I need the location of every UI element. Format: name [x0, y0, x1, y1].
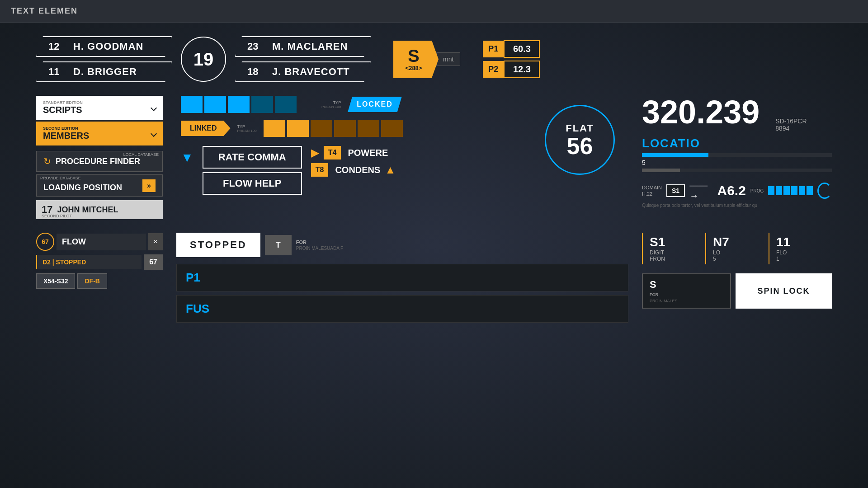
for-label: FOR [296, 239, 343, 245]
bar-cell-1 [181, 96, 203, 113]
s-for-box: S FOR PROIN MALES [642, 273, 731, 309]
bar-cell-5 [275, 96, 297, 113]
p1-bar: P1 [176, 264, 628, 291]
rate-column: RATE COMMA FLOW HELP [203, 146, 302, 195]
rate-comma-box: RATE COMMA [203, 146, 302, 169]
procedure-text: PROCEDURE FINDER [56, 157, 140, 166]
s-badge-sub: <288> [406, 65, 422, 71]
prog-label: PROG [750, 188, 764, 193]
t4-row: ▶ T4 POWERE [311, 146, 396, 160]
d2-row: D2 | STOPPED 67 [36, 254, 163, 270]
stat-col-3: 11 FLO 1 [769, 233, 832, 264]
center-number-circle: 19 [181, 37, 226, 82]
progress-bar-bg [642, 153, 832, 157]
flow-row: 67 FLOW × [36, 233, 163, 251]
mini-bar-4 [791, 186, 797, 195]
flow-label: FLOW [57, 234, 146, 250]
t8-row: T8 CONDENS ▲ [311, 163, 396, 177]
sd-value: 8894 [775, 125, 807, 132]
spin-lock-button[interactable]: SPIN LOCK [736, 273, 832, 309]
rate-comma-label: RATE COMMA [218, 151, 286, 163]
pilot2-name: D. BRIGGER [73, 66, 137, 78]
p1-row: P1 60.3 [483, 40, 540, 58]
t4-value: POWERE [348, 148, 388, 158]
stopped-row: STOPPED T FOR PROIN MALESUADA F [176, 233, 628, 257]
domain-text: DOMAINH.22 [642, 185, 662, 197]
stat-col-2: N7 LO 5 [705, 233, 769, 264]
locked-label: LOCKED [357, 100, 393, 108]
bottom-center: STOPPED T FOR PROIN MALESUADA F P1 FUS [176, 233, 628, 323]
scripts-sub: STANDART EDITION [43, 100, 83, 105]
t4-tag: T4 [324, 146, 341, 160]
stat2-sub1: LO [713, 249, 762, 256]
mini-bar-1 [768, 186, 774, 195]
left-pilot-group: 12 H. GOODMAN 11 D. BRIGGER [36, 36, 172, 82]
bottom-right: S1 DIGIT FRON N7 LO 5 11 FLO 1 S [642, 233, 832, 323]
orange-cell-4 [334, 120, 356, 137]
domain-desc: Quisque porta odio tortor, vel vestibulu… [642, 203, 832, 208]
flow-help-label: FLOW HELP [223, 178, 282, 189]
stat2-main: N7 [713, 235, 762, 249]
linked-button: LINKED [181, 121, 231, 136]
s-for-sub: PROIN MALES [650, 299, 723, 303]
play-arrow-icon: ▶ [311, 146, 319, 159]
s-for-main: S [650, 279, 723, 291]
progress-container: 5 [642, 153, 832, 172]
t-button[interactable]: T [265, 235, 292, 255]
double-arrow-icon: » [142, 179, 156, 192]
orange-cell-1 [264, 120, 285, 137]
pilot-entry-1: 12 H. GOODMAN [36, 36, 172, 57]
for-sub: PROIN MALESUADA F [296, 246, 343, 251]
mini-bar-6 [807, 186, 813, 195]
mnt-tag: mnt [436, 52, 460, 66]
spin-row: S FOR PROIN MALES SPIN LOCK [642, 273, 832, 309]
stopped-button[interactable]: STOPPED [176, 233, 260, 257]
stat3-sub2: 1 [776, 256, 825, 262]
s-badge: S <288> [393, 41, 439, 78]
procedure-finder[interactable]: LOCAL DATABASE ↻ PROCEDURE FINDER [36, 151, 163, 172]
scripts-label: SCRIPTS [43, 105, 82, 115]
center-number-value: 19 [193, 49, 214, 70]
scripts-dropdown[interactable]: STANDART EDITION SCRIPTS [36, 96, 163, 120]
bar-cell-3 [228, 96, 250, 113]
warn-triangle-icon: ▲ [385, 164, 396, 176]
p1-label: P1 [483, 41, 504, 57]
mini-bars [768, 186, 813, 195]
p2-label: P2 [483, 61, 504, 78]
left-panel: STANDART EDITION SCRIPTS SECOND EDITION … [36, 96, 163, 219]
stat2-sub2: 5 [713, 256, 762, 262]
bar-cell-2 [204, 96, 226, 113]
bar-cell-4 [251, 96, 273, 113]
d2-num: 67 [144, 254, 163, 270]
pilot1-name: H. GOODMAN [73, 41, 143, 52]
p1-value: 60.3 [504, 40, 540, 58]
members-label: MEMBERS [43, 131, 89, 141]
arrow-right-icon: ——→ [689, 180, 712, 201]
pilot-entry-3: 23 M. MACLAREN [235, 36, 371, 57]
orange-cell-3 [311, 120, 332, 137]
sd-label: SD-16PCR [775, 117, 807, 125]
t8-tag: T8 [311, 163, 329, 177]
refresh-icon: ↻ [43, 156, 51, 167]
locked-button: LOCKED [348, 97, 402, 112]
progress-value: 5 [642, 159, 646, 166]
loading-text: LOADING POSITION [43, 183, 122, 192]
members-sub: SECOND EDITION [43, 126, 89, 131]
loading-position[interactable]: PROVIDE DATABASE LOADING POSITION » [36, 174, 163, 197]
right-pilot-group: 23 M. MACLAREN 18 J. BRAVECOTT [235, 36, 371, 82]
progress-bar-fill [642, 153, 708, 157]
presn-label-2: PRESN 100 [237, 129, 257, 133]
members-dropdown[interactable]: SECOND EDITION MEMBERS [36, 122, 163, 145]
pilot2-number: 11 [48, 66, 64, 78]
a6-value: A6.2 [717, 183, 745, 198]
loading-label: PROVIDE DATABASE [40, 176, 81, 180]
close-button[interactable]: × [148, 233, 163, 250]
df-tag: DF-B [77, 273, 107, 289]
bottom-left: 67 FLOW × D2 | STOPPED 67 X54-S32 DF-B [36, 233, 163, 323]
locatio-label: LOCATIO [642, 136, 832, 150]
pilot1-number: 12 [48, 41, 64, 52]
blue-bars [181, 96, 297, 113]
orange-cell-6 [381, 120, 403, 137]
right-stats-panel: 320.239 SD-16PCR 8894 LOCATIO 5 DOMAINH.… [642, 96, 832, 219]
s1-badge: S1 [666, 184, 685, 197]
